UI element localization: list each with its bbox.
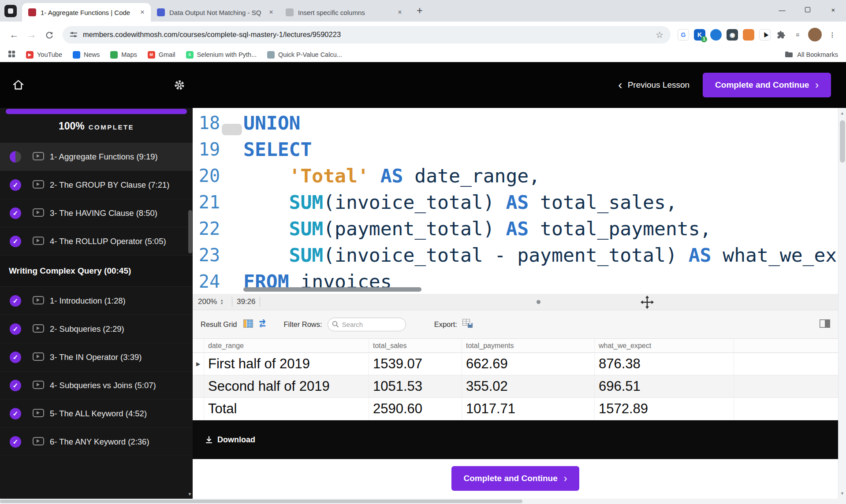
chevron-right-icon: ›	[564, 473, 567, 485]
video-play-icon	[33, 381, 44, 389]
complete-continue-button-top[interactable]: Complete and Continue ›	[703, 73, 831, 97]
browser-tab[interactable]: Insert specific columns×	[280, 3, 408, 22]
profile-avatar[interactable]	[808, 28, 822, 41]
lesson-title: 3- The HAVING Clause (8:50)	[50, 208, 157, 218]
sidebar-lesson-item[interactable]: ✓4- The ROLLUP Operator (5:05)	[0, 227, 193, 256]
home-button[interactable]	[12, 79, 24, 91]
video-play-icon	[33, 152, 44, 160]
code-text: SUM(payment_total) AS total_payments,	[224, 218, 711, 240]
sidebar-lesson-item[interactable]: ✓3- The HAVING Clause (8:50)	[0, 199, 193, 227]
complete-continue-button-bottom[interactable]: Complete and Continue ›	[451, 466, 580, 491]
new-tab-button[interactable]: +	[412, 3, 428, 19]
reload-button[interactable]	[41, 26, 58, 44]
video-play-icon	[33, 324, 44, 333]
close-window-button[interactable]: ×	[820, 0, 846, 19]
sidebar-lesson-item[interactable]: ✓1- Introduction (1:28)	[0, 287, 193, 315]
search-input[interactable]	[328, 318, 406, 331]
all-bookmarks-label: All Bookmarks	[797, 51, 838, 58]
lesson-item-body: 1- Introduction (1:28)	[33, 296, 126, 305]
result-row[interactable]: Total2590.601017.711572.89	[193, 398, 838, 420]
sidebar-lesson-item[interactable]: ✓2- Subqueries (2:29)	[0, 315, 193, 343]
code-line: 22 SUM(payment_total) AS total_payments,	[193, 215, 838, 242]
sidebar-scroll-down-icon[interactable]: ▼	[187, 492, 193, 497]
reload-icon	[45, 30, 54, 39]
sidebar-scrollbar-thumb[interactable]	[188, 210, 192, 253]
reading-list-icon[interactable]: ≡	[792, 29, 803, 41]
zoom-stepper[interactable]: ▲ ▼	[220, 299, 223, 305]
translate-extension-icon[interactable]: G	[678, 29, 689, 41]
address-bar[interactable]: members.codewithmosh.com/courses/complet…	[63, 26, 671, 44]
sidebar-lesson-item[interactable]: 1- Aggregate Functions (9:19)	[0, 143, 193, 171]
lesson-in-progress-icon	[10, 151, 21, 163]
scroll-down-icon[interactable]: ▼	[839, 491, 846, 496]
editor-gutter-marker	[222, 124, 242, 135]
lesson-title: 3- The IN Operator (3:39)	[50, 352, 142, 362]
bookmark-item[interactable]: ▶YouTube	[26, 51, 62, 59]
sidebar-lesson-item[interactable]: ✓2- The GROUP BY Clause (7:21)	[0, 171, 193, 199]
download-button[interactable]: Download	[205, 435, 255, 445]
back-button[interactable]: ←	[5, 26, 23, 44]
tab-close-icon[interactable]: ×	[138, 7, 147, 17]
extensions-puzzle-icon[interactable]	[775, 29, 787, 41]
scroll-up-icon[interactable]: ▲	[839, 111, 846, 115]
bookmark-favicon-icon	[73, 51, 80, 59]
bookmark-item[interactable]: Maps	[110, 51, 137, 59]
bookmark-item[interactable]: SSelenium with Pyth...	[186, 51, 257, 59]
result-cell: 876.38	[595, 353, 734, 375]
cursor-extension-icon[interactable]: ▶	[759, 29, 771, 41]
bookmark-item[interactable]: News	[73, 51, 100, 59]
all-bookmarks-button[interactable]: All Bookmarks	[785, 51, 838, 58]
sidebar-lesson-item[interactable]: ✓5- The ALL Keyword (4:52)	[0, 400, 193, 428]
export-icon[interactable]	[462, 319, 473, 330]
page-h-scrollbar[interactable]	[0, 499, 846, 504]
result-row[interactable]: ▶First half of 20191539.07662.69876.38	[193, 353, 838, 375]
sidebar-lesson-item[interactable]: ✓6- The ANY Keyword (2:36)	[0, 428, 193, 456]
tab-title: Insert specific columns	[298, 9, 391, 16]
browser-tab[interactable]: Data Output Not Matching - SQ×	[151, 3, 280, 22]
search-icon	[332, 321, 339, 328]
lesson-complete-icon: ✓	[10, 436, 21, 448]
player-control-bar: 200% ▲ ▼ 39:26	[193, 294, 838, 310]
refresh-icon[interactable]	[258, 319, 267, 329]
panel-toggle-icon[interactable]	[820, 319, 830, 330]
browser-menu-icon[interactable]: ⋮	[827, 29, 838, 41]
forward-button[interactable]: →	[23, 26, 41, 44]
sidebar-lesson-item[interactable]: ✓4- Subqueries vs Joins (5:07)	[0, 371, 193, 400]
maximize-button[interactable]	[795, 0, 820, 19]
tab-close-icon[interactable]: ×	[266, 7, 276, 17]
blue-dot-extension-icon[interactable]	[710, 29, 722, 41]
video-player[interactable]: 18UNION19SELECT20 'Total' AS date_range,…	[193, 108, 838, 499]
tab-close-icon[interactable]: ×	[395, 7, 405, 17]
progress-suffix: COMPLETE	[89, 123, 134, 131]
chevron-right-icon: ›	[815, 79, 819, 91]
site-info-icon[interactable]	[70, 31, 78, 39]
seek-dot[interactable]	[537, 300, 540, 304]
keeper-extension-icon[interactable]: K1	[694, 29, 705, 41]
code-line: 23 SUM(invoice_total - payment_total) AS…	[193, 242, 838, 268]
eye-extension-icon[interactable]: ◉	[727, 29, 738, 41]
v-scrollbar-thumb[interactable]	[840, 120, 845, 163]
apps-grid-icon[interactable]	[8, 50, 15, 59]
bookmark-item[interactable]: MGmail	[148, 51, 175, 59]
app-window-icon	[4, 5, 17, 17]
h-scrollbar-thumb[interactable]	[0, 500, 522, 503]
orange-grid-extension-icon[interactable]	[743, 29, 754, 41]
sidebar-lesson-item[interactable]: ✓3- The IN Operator (3:39)	[0, 343, 193, 371]
editor-h-scrollbar[interactable]	[243, 287, 421, 292]
result-cell: 1017.71	[462, 398, 595, 420]
result-row[interactable]: Second half of 20191051.53355.02696.51	[193, 375, 838, 398]
video-timestamp: 39:26	[237, 297, 256, 306]
bookmark-star-icon[interactable]: ☆	[656, 30, 663, 40]
tab-favicon-icon	[286, 8, 294, 16]
lesson-title: 4- Subqueries vs Joins (5:07)	[50, 381, 156, 390]
bookmark-item[interactable]: Quick P-Value Calcu...	[267, 51, 342, 59]
line-number: 20	[193, 166, 224, 186]
browser-tab[interactable]: 1- Aggregate Functions | Code×	[22, 3, 151, 22]
maximize-icon	[805, 7, 810, 12]
column-header: total_payments	[462, 339, 595, 353]
settings-gear-icon[interactable]	[174, 79, 185, 91]
minimize-button[interactable]: —	[769, 0, 795, 19]
previous-lesson-button[interactable]: ‹ Previous Lesson	[618, 79, 689, 91]
stepper-down-icon[interactable]: ▼	[220, 302, 223, 305]
page-v-scrollbar[interactable]: ▲ ▼	[838, 108, 846, 499]
